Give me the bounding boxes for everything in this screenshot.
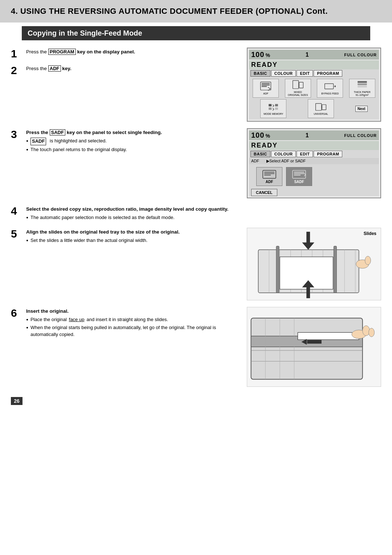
svg-rect-10 bbox=[269, 104, 272, 106]
svg-rect-18 bbox=[264, 173, 274, 174]
svg-rect-14 bbox=[316, 104, 322, 110]
insert-diagram bbox=[247, 307, 381, 387]
lcd-ready-1: READY bbox=[249, 60, 379, 69]
lcd-info-select: ▶Select ADF or SADF bbox=[266, 159, 306, 163]
lcd-percent-1: 100 % bbox=[251, 50, 270, 59]
page-title: 4. USING THE REVERSING AUTOMATIC DOCUMEN… bbox=[11, 7, 381, 16]
svg-rect-3 bbox=[262, 86, 267, 87]
program-key: PROGRAM bbox=[48, 49, 76, 55]
step-1: 1 Press the PROGRAM key on the display p… bbox=[11, 48, 243, 59]
lcd-icon-universal[interactable]: UNIVERSAL bbox=[308, 99, 334, 118]
step-3-content: Press the SADF key on the panel to selec… bbox=[26, 128, 243, 153]
step-2: 2 Press the ADF key. bbox=[11, 64, 243, 76]
lcd-tab-program-2[interactable]: PROGRAM bbox=[314, 151, 342, 157]
svg-point-53 bbox=[369, 328, 375, 337]
lcd-ready-2: READY bbox=[249, 141, 379, 150]
lcd-icon-mixed[interactable]: MIXEDORIGINAL SIZES bbox=[285, 79, 311, 98]
sadf-key-2: SADF bbox=[30, 138, 46, 145]
step-number-4: 4 bbox=[11, 206, 23, 216]
lcd-next-container: Next bbox=[355, 99, 368, 118]
step-1-content: Press the PROGRAM key on the display pan… bbox=[26, 48, 243, 59]
step-5-bullet: Set the slides a little wider than the a… bbox=[26, 237, 243, 244]
step-number-1: 1 bbox=[11, 48, 23, 59]
step-6-bullet-1: Place the original face up and insert it… bbox=[26, 316, 243, 323]
step-1-text: Press the PROGRAM key on the display pan… bbox=[26, 48, 243, 56]
lcd-tabs-1: BASIC COLOUR EDIT PROGRAM bbox=[249, 69, 379, 77]
lcd-icon-thick[interactable]: THICK PAPER91-105g/m² bbox=[349, 79, 375, 98]
svg-rect-20 bbox=[293, 170, 306, 178]
lcd-thick-label: THICK PAPER91-105g/m² bbox=[354, 91, 371, 97]
svg-rect-13 bbox=[275, 108, 278, 110]
thick-icon-svg bbox=[356, 80, 368, 90]
step-5-text: Align the slides on the original feed tr… bbox=[26, 228, 243, 236]
svg-rect-43 bbox=[298, 332, 359, 340]
svg-rect-2 bbox=[262, 85, 270, 85]
lcd-tab-colour-1[interactable]: COLOUR bbox=[271, 70, 296, 77]
step-6-row: 6 Insert the original. Place the origina… bbox=[11, 307, 381, 387]
svg-rect-41 bbox=[251, 318, 363, 379]
svg-rect-19 bbox=[264, 175, 271, 175]
lcd-unit-2: % bbox=[265, 133, 270, 139]
insert-illustration bbox=[247, 307, 381, 387]
lcd-universal-label: UNIVERSAL bbox=[314, 113, 328, 116]
adf-icon-svg bbox=[260, 81, 271, 92]
svg-rect-6 bbox=[325, 84, 334, 89]
slides-illustration: Slides bbox=[247, 228, 381, 300]
svg-rect-1 bbox=[262, 83, 270, 84]
step-4-bullet: The automatic paper selection mode is se… bbox=[26, 214, 381, 221]
step-6-instruction: Insert the original. bbox=[26, 308, 243, 315]
lcd-tab-basic-1[interactable]: BASIC bbox=[250, 70, 270, 77]
step-3-text: 3 Press the SADF key on the panel to sel… bbox=[11, 128, 243, 153]
content-area: Copying in the Single-Feed Mode 1 Press … bbox=[0, 26, 392, 393]
svg-rect-34 bbox=[276, 246, 279, 293]
lcd-display-1: 100 % 1 FULL COLOUR READY BASIC COLOUR E… bbox=[247, 48, 381, 122]
svg-rect-11 bbox=[269, 108, 272, 110]
lcd-adf-sadf-row: ADF SADF bbox=[249, 164, 379, 189]
step-number-6: 6 bbox=[11, 308, 23, 338]
lcd-icon-adf[interactable]: ADF bbox=[253, 79, 279, 98]
lcd-sadf-select-button[interactable]: SADF bbox=[286, 167, 312, 186]
lcd-panel-1: 100 % 1 FULL COLOUR READY BASIC COLOUR E… bbox=[247, 48, 381, 122]
svg-rect-4 bbox=[293, 80, 298, 88]
section-title: Copying in the Single-Feed Mode bbox=[22, 26, 370, 40]
svg-rect-22 bbox=[294, 173, 304, 174]
svg-rect-5 bbox=[299, 82, 303, 88]
lcd-adf-select-button[interactable]: ADF bbox=[256, 167, 282, 186]
lcd-tab-colour-2[interactable]: COLOUR bbox=[271, 151, 296, 157]
step-6-bullet-2: When the original starts being pulled in… bbox=[26, 324, 243, 338]
step-number-3: 3 bbox=[11, 129, 23, 153]
step-5: 5 Align the slides on the original feed … bbox=[11, 228, 243, 244]
lcd-tab-edit-1[interactable]: EDIT bbox=[297, 70, 313, 77]
step-6-text: 6 Insert the original. Place the origina… bbox=[11, 307, 243, 338]
page-footer: 26 bbox=[0, 393, 392, 409]
lcd-tabs-2: BASIC COLOUR EDIT PROGRAM bbox=[249, 150, 379, 158]
lcd-cancel-row: CANCEL bbox=[249, 189, 379, 196]
lcd-mixed-label: MIXEDORIGINAL SIZES bbox=[288, 91, 308, 97]
lcd-colour-1: FULL COLOUR bbox=[344, 53, 377, 57]
lcd-percent-2: 100 % bbox=[251, 131, 270, 139]
lcd-tab-edit-2[interactable]: EDIT bbox=[297, 151, 313, 157]
lcd-adf-label-2: ADF bbox=[266, 180, 273, 184]
step-4-content: Select the desired copy size, reproducti… bbox=[26, 205, 381, 221]
step-number-5: 5 bbox=[11, 228, 23, 244]
step-5-row: 5 Align the slides on the original feed … bbox=[11, 228, 381, 300]
lcd-number-2: 1 bbox=[306, 132, 309, 139]
lcd-next-button[interactable]: Next bbox=[355, 106, 368, 112]
lcd-colour-2: FULL COLOUR bbox=[344, 133, 377, 138]
lcd-cancel-button[interactable]: CANCEL bbox=[251, 189, 277, 196]
svg-point-52 bbox=[363, 326, 370, 336]
svg-rect-8 bbox=[358, 83, 367, 85]
lcd-icon-mode[interactable]: MODE MEMORY bbox=[260, 99, 286, 118]
svg-rect-16 bbox=[263, 170, 276, 178]
lcd-tab-program-1[interactable]: PROGRAM bbox=[314, 70, 342, 77]
lcd-tab-basic-2[interactable]: BASIC bbox=[250, 151, 270, 157]
lcd-info-row: ADF ▶Select ADF or SADF bbox=[249, 158, 379, 164]
lcd-adf-label: ADF bbox=[263, 92, 268, 95]
svg-rect-21 bbox=[294, 172, 304, 173]
bypass-icon-svg bbox=[324, 81, 336, 92]
page-header: 4. USING THE REVERSING AUTOMATIC DOCUMEN… bbox=[0, 0, 392, 23]
lcd-icon-bypass[interactable]: BYPASS FEED bbox=[317, 79, 343, 98]
lcd-panel-2: 100 % 1 FULL COLOUR READY BASIC COLOUR E… bbox=[247, 128, 381, 198]
mixed-icon-svg bbox=[292, 80, 304, 90]
page-number: 26 bbox=[11, 397, 23, 405]
